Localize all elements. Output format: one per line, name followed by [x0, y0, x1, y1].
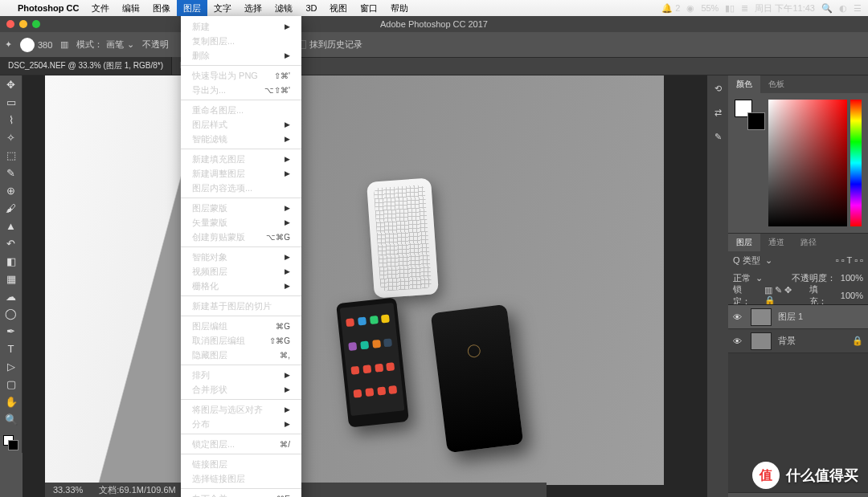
menu-item[interactable]: 新建基于图层的切片 — [181, 299, 301, 313]
menu-item[interactable]: 图层编组⌘G — [181, 319, 301, 333]
siri-icon[interactable]: ◐ — [839, 3, 847, 14]
canvas[interactable] — [45, 75, 664, 485]
menu-item[interactable]: 快速导出为 PNG⇧⌘' — [181, 68, 301, 83]
phone-object — [336, 298, 409, 428]
menu-item[interactable]: 导出为...⌥⇧⌘' — [181, 83, 301, 97]
hue-slider[interactable] — [850, 100, 862, 226]
window-title: Adobe Photoshop CC 2017 — [380, 19, 488, 29]
zoom-level[interactable]: 33.33% — [53, 485, 83, 495]
history-panel-icon[interactable]: ⟲ — [711, 82, 724, 95]
visibility-icon[interactable]: 👁 — [733, 336, 744, 346]
opacity-value[interactable]: 100% — [841, 273, 863, 283]
layer-thumbnail[interactable] — [751, 308, 772, 326]
menu-layer[interactable]: 图层 — [177, 0, 207, 16]
path-tool[interactable]: ▷ — [3, 361, 19, 373]
equalizer-icon[interactable]: ≣ — [741, 3, 748, 14]
brushes-panel-icon[interactable]: ✎ — [711, 130, 724, 143]
layer-row[interactable]: 👁图层 1 — [728, 305, 868, 329]
menu-3d[interactable]: 3D — [299, 0, 323, 16]
battery-label: 55% — [701, 3, 719, 13]
menu-item[interactable]: 视频图层▶ — [181, 264, 301, 279]
brush-size: 380 — [38, 40, 52, 50]
move-tool[interactable]: ✥ — [3, 79, 19, 92]
lasso-tool[interactable]: ⌇ — [3, 114, 19, 127]
menu-item: 分布▶ — [181, 417, 301, 431]
minimize-icon[interactable] — [19, 20, 27, 28]
menu-item[interactable]: 锁定图层...⌘/ — [181, 437, 301, 451]
layer-row[interactable]: 👁背景🔒 — [728, 329, 868, 353]
window-titlebar: Adobe Photoshop CC 2017 — [0, 16, 868, 32]
app-name[interactable]: Photoshop CC — [11, 0, 85, 16]
menu-item[interactable]: 隐藏图层⌘, — [181, 348, 301, 362]
brush-panel-icon[interactable]: ▥ — [60, 39, 68, 50]
color-swatch[interactable] — [3, 435, 19, 450]
menu-item[interactable]: 智能对象▶ — [181, 250, 301, 264]
tab-color[interactable]: 颜色 — [728, 75, 760, 93]
canvas-area: 33.33% 文档:69.1M/109.6M — [23, 75, 707, 497]
menu-edit[interactable]: 编辑 — [116, 0, 146, 16]
menu-item[interactable]: 图层蒙版▶ — [181, 201, 301, 215]
menu-help[interactable]: 帮助 — [384, 0, 415, 16]
document-tab[interactable]: DSC_2504.NEF @ 33.3% (图层 1, RGB/8*) — [0, 57, 172, 75]
menu-item[interactable]: 矢量蒙版▶ — [181, 215, 301, 230]
doc-size[interactable]: 文档:69.1M/109.6M — [99, 484, 175, 496]
color-picker[interactable] — [768, 100, 847, 226]
menu-item[interactable]: 新建调整图层▶ — [181, 166, 301, 181]
menu-item[interactable]: 删除▶ — [181, 48, 301, 63]
menu-item[interactable]: 图层样式▶ — [181, 117, 301, 132]
menu-filter[interactable]: 滤镜 — [268, 0, 299, 16]
shape-tool[interactable]: ▢ — [3, 378, 19, 391]
properties-panel-icon[interactable]: ⇄ — [711, 106, 724, 119]
menu-type[interactable]: 文字 — [207, 0, 238, 16]
menu-window[interactable]: 窗口 — [354, 0, 384, 16]
mode-value[interactable]: 画笔 — [106, 39, 124, 51]
visibility-icon[interactable]: 👁 — [733, 312, 744, 322]
zoom-tool[interactable]: 🔍 — [3, 413, 19, 426]
spotlight-icon[interactable]: 🔍 — [821, 3, 833, 14]
background-color[interactable] — [747, 112, 765, 130]
tab-layers[interactable]: 图层 — [728, 234, 760, 251]
layer-name: 图层 1 — [778, 311, 803, 323]
menu-item[interactable]: 创建剪贴蒙版⌥⌘G — [181, 230, 301, 244]
dodge-tool[interactable]: ◯ — [3, 308, 19, 320]
type-tool[interactable]: T — [3, 343, 19, 356]
menu-item[interactable]: 新建填充图层▶ — [181, 152, 301, 166]
tab-channels[interactable]: 通道 — [760, 234, 792, 251]
close-icon[interactable] — [6, 20, 14, 28]
eraser-tool[interactable]: ◧ — [3, 255, 19, 267]
brush-preview[interactable] — [20, 38, 35, 52]
menu-select[interactable]: 选择 — [238, 0, 268, 16]
menu-item[interactable]: 复制图层... — [181, 34, 301, 48]
tab-paths[interactable]: 路径 — [792, 234, 825, 251]
notification-icon[interactable]: 🔔 2 — [661, 3, 680, 14]
gradient-tool[interactable]: ▦ — [3, 272, 19, 285]
maximize-icon[interactable] — [32, 20, 40, 28]
tab-swatches[interactable]: 色板 — [760, 75, 792, 93]
pen-tool[interactable]: ✒ — [3, 325, 19, 338]
layer-filter[interactable]: Q 类型 — [733, 255, 760, 267]
brush-tool[interactable]: 🖌 — [3, 202, 19, 214]
fill-value[interactable]: 100% — [841, 291, 863, 300]
hand-tool[interactable]: ✋ — [3, 396, 19, 409]
layer-thumbnail[interactable] — [751, 332, 772, 350]
marquee-tool[interactable]: ▭ — [3, 96, 19, 109]
blend-mode[interactable]: 正常 — [733, 272, 751, 284]
menu-icon[interactable]: ☰ — [854, 3, 862, 14]
menu-file[interactable]: 文件 — [85, 0, 116, 16]
blur-tool[interactable]: ☁ — [3, 290, 19, 303]
heal-tool[interactable]: ⊕ — [3, 185, 19, 198]
cc-icon[interactable]: ◉ — [686, 3, 694, 14]
menu-item[interactable]: 新建▶ — [181, 19, 301, 34]
clock[interactable]: 周日 下午11:43 — [755, 2, 815, 14]
crop-tool[interactable]: ⬚ — [3, 149, 19, 162]
wand-tool[interactable]: ✧ — [3, 132, 19, 145]
history-brush-tool[interactable]: ↶ — [3, 237, 19, 250]
eyedropper-tool[interactable]: ✎ — [3, 167, 19, 180]
menu-item[interactable]: 向下合并⌘E — [181, 491, 301, 497]
menu-item[interactable]: 重命名图层... — [181, 103, 301, 117]
stamp-tool[interactable]: ▲ — [3, 219, 19, 232]
menu-image[interactable]: 图像 — [146, 0, 177, 16]
lock-icon: 🔒 — [852, 336, 863, 346]
menu-view[interactable]: 视图 — [323, 0, 354, 16]
tool-preset-icon[interactable]: ✦ — [5, 39, 12, 50]
